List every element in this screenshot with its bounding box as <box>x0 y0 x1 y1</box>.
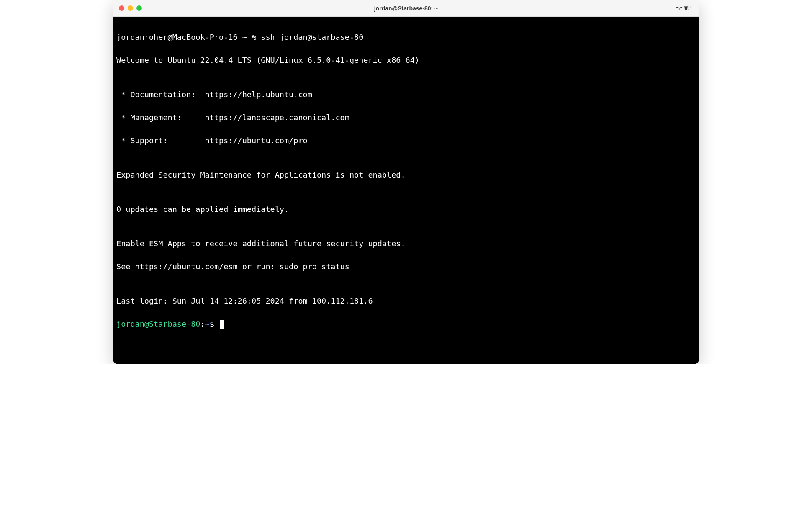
maximize-icon[interactable] <box>136 5 142 11</box>
remote-user-host: jordan@Starbase-80 <box>116 319 200 328</box>
remote-path: ~ <box>205 319 210 328</box>
output-esm-enable: Enable ESM Apps to receive additional fu… <box>116 238 696 249</box>
window-controls <box>119 5 142 11</box>
prompt-line-remote: jordan@Starbase-80:~$ <box>116 318 696 330</box>
prompt-line-local: jordanroher@MacBook-Pro-16 ~ % ssh jorda… <box>116 31 696 43</box>
remote-sep: : <box>200 319 205 328</box>
output-updates: 0 updates can be applied immediately. <box>116 204 696 215</box>
output-support: * Support: https://ubuntu.com/pro <box>116 135 696 146</box>
title-bar: jordan@Starbase-80: ~ ⌥⌘1 <box>113 0 699 17</box>
local-prompt: jordanroher@MacBook-Pro-16 ~ % <box>116 33 261 41</box>
terminal-body[interactable]: jordanroher@MacBook-Pro-16 ~ % ssh jorda… <box>113 17 699 364</box>
output-welcome: Welcome to Ubuntu 22.04.4 LTS (GNU/Linux… <box>116 54 696 66</box>
output-esm-notice: Expanded Security Maintenance for Applic… <box>116 169 696 180</box>
output-esm-see: See https://ubuntu.com/esm or run: sudo … <box>116 261 696 272</box>
output-management: * Management: https://landscape.canonica… <box>116 112 696 123</box>
cursor-icon <box>220 320 224 329</box>
remote-symbol: $ <box>210 319 219 328</box>
output-last-login: Last login: Sun Jul 14 12:26:05 2024 fro… <box>116 295 696 307</box>
window-title: jordan@Starbase-80: ~ <box>374 5 438 12</box>
close-icon[interactable] <box>119 5 124 11</box>
terminal-window: jordan@Starbase-80: ~ ⌥⌘1 jordanroher@Ma… <box>113 0 699 364</box>
shortcut-indicator: ⌥⌘1 <box>676 5 693 12</box>
local-command: ssh jordan@starbase-80 <box>261 33 363 41</box>
output-documentation: * Documentation: https://help.ubuntu.com <box>116 89 696 100</box>
minimize-icon[interactable] <box>128 5 133 11</box>
